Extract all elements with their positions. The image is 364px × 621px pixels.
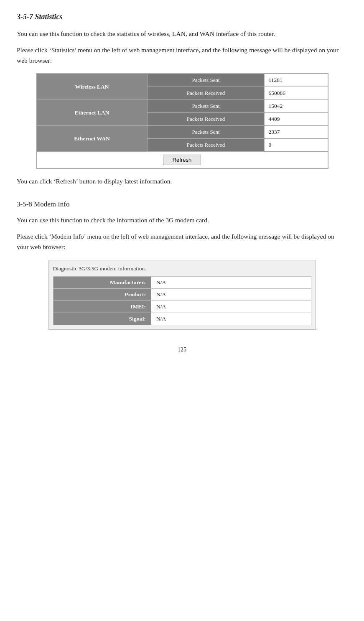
modem-box-title: Diagnostic 3G/3.5G modem information. bbox=[53, 265, 311, 272]
product-label: Product: bbox=[53, 288, 151, 300]
modem-info-table: Manufacturer: N/A Product: N/A IMEI: N/A… bbox=[53, 276, 311, 325]
wireless-sent-value: 11281 bbox=[264, 74, 328, 87]
eth-lan-received-header: Packets Received bbox=[148, 113, 264, 126]
table-row: Manufacturer: N/A bbox=[53, 276, 311, 288]
imei-value: N/A bbox=[151, 300, 311, 313]
imei-label: IMEI: bbox=[53, 300, 151, 313]
statistics-table: Wireless LAN Packets Sent 11281 Packets … bbox=[36, 74, 328, 168]
section2-title: 3-5-8 Modem Info bbox=[17, 200, 347, 209]
modem-click-paragraph: Please click ‘Modem Info’ menu on the le… bbox=[17, 232, 347, 252]
modem-intro-paragraph: You can use this function to check the i… bbox=[17, 215, 347, 226]
wireless-received-value: 650086 bbox=[264, 87, 328, 100]
refresh-button[interactable]: Refresh bbox=[163, 155, 201, 165]
section-title: 3-5-7 Statistics bbox=[17, 13, 347, 21]
eth-lan-sent-value: 15042 bbox=[264, 100, 328, 113]
table-row: Product: N/A bbox=[53, 288, 311, 300]
eth-lan-sent-header: Packets Sent bbox=[148, 100, 264, 113]
product-value: N/A bbox=[151, 288, 311, 300]
eth-wan-received-value: 0 bbox=[264, 139, 328, 152]
eth-wan-received-header: Packets Received bbox=[148, 139, 264, 152]
eth-wan-sent-header: Packets Sent bbox=[148, 126, 264, 139]
manufacturer-value: N/A bbox=[151, 276, 311, 288]
manufacturer-label: Manufacturer: bbox=[53, 276, 151, 288]
intro-paragraph-1: You can use this function to check the s… bbox=[17, 29, 347, 39]
refresh-row: Refresh bbox=[36, 152, 328, 168]
intro-paragraph-2: Please click ‘Statistics’ menu on the le… bbox=[17, 45, 347, 66]
wireless-sent-header: Packets Sent bbox=[148, 74, 264, 87]
ethernet-wan-header: Ethernet WAN bbox=[36, 126, 148, 152]
wireless-received-header: Packets Received bbox=[148, 87, 264, 100]
eth-lan-received-value: 4409 bbox=[264, 113, 328, 126]
page-number: 125 bbox=[17, 346, 347, 353]
eth-wan-sent-value: 2337 bbox=[264, 126, 328, 139]
ethernet-lan-header: Ethernet LAN bbox=[36, 100, 148, 126]
modem-info-screenshot: Diagnostic 3G/3.5G modem information. Ma… bbox=[48, 260, 316, 330]
refresh-info-paragraph: You can click ‘Refresh’ button to displa… bbox=[17, 176, 347, 187]
signal-label: Signal: bbox=[53, 313, 151, 325]
signal-value: N/A bbox=[151, 313, 311, 325]
wireless-lan-header: Wireless LAN bbox=[36, 74, 148, 100]
table-row: Signal: N/A bbox=[53, 313, 311, 325]
statistics-screenshot: Wireless LAN Packets Sent 11281 Packets … bbox=[36, 73, 328, 169]
table-row: IMEI: N/A bbox=[53, 300, 311, 313]
